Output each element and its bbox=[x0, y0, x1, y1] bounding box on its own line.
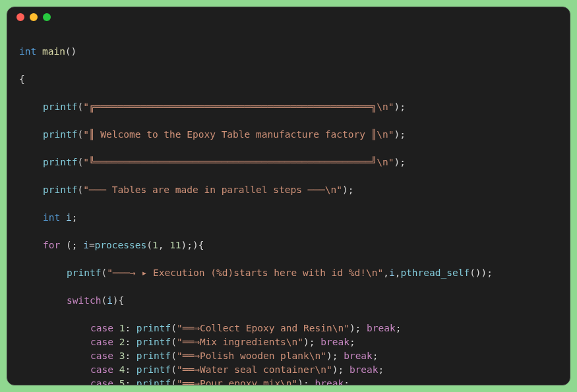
for-keyword: for bbox=[43, 240, 60, 250]
function-name: main bbox=[42, 46, 65, 57]
string-literal: "══⇒Polish wooden plank\n" bbox=[177, 350, 326, 361]
case-line: case 2: printf("══⇒Mix ingredients\n"); … bbox=[19, 335, 558, 349]
printf-call: printf bbox=[137, 323, 171, 333]
case-line: case 3: printf("══⇒Polish wooden plank\n… bbox=[19, 349, 558, 363]
printf-call: printf bbox=[137, 378, 171, 385]
case-line: case 5: printf("══⇒Pour epoxy mix\n"); b… bbox=[19, 377, 558, 385]
string-literal: ─── Tables are made in parallel steps ──… bbox=[89, 184, 336, 195]
function-call: processes bbox=[95, 240, 147, 250]
function-call: pthread_self bbox=[400, 267, 470, 278]
string-literal: ╚═══════════════════════════════════════… bbox=[89, 157, 388, 167]
code-line: int i; bbox=[19, 211, 558, 225]
printf-call: printf bbox=[137, 350, 171, 361]
case-keyword: case bbox=[90, 364, 113, 375]
code-line: int main() bbox=[19, 45, 558, 59]
identifier: i bbox=[66, 212, 72, 223]
case-line: case 1: printf("══⇒Collect Epoxy and Res… bbox=[19, 322, 558, 335]
code-line: { bbox=[19, 72, 558, 86]
type-keyword: int bbox=[19, 46, 36, 57]
case-keyword: case bbox=[90, 337, 113, 347]
break-keyword: break bbox=[320, 337, 349, 347]
code-line: printf("╚═══════════════════════════════… bbox=[19, 155, 558, 169]
printf-call: printf bbox=[43, 101, 77, 112]
minimize-icon[interactable] bbox=[30, 13, 38, 21]
zoom-icon[interactable] bbox=[43, 13, 51, 21]
printf-call: printf bbox=[137, 364, 171, 375]
printf-call: printf bbox=[43, 129, 77, 140]
code-line: for (; i=processes(1, 11);){ bbox=[19, 238, 558, 252]
string-literal: "══⇒Collect Epoxy and Resin\n" bbox=[177, 323, 349, 333]
case-keyword: case bbox=[90, 323, 113, 333]
string-literal: "══⇒Pour epoxy mix\n" bbox=[177, 378, 297, 385]
code-line: switch(i){ bbox=[19, 294, 558, 308]
string-literal: ╔═══════════════════════════════════════… bbox=[89, 101, 388, 112]
printf-call: printf bbox=[43, 157, 77, 167]
close-icon[interactable] bbox=[16, 13, 24, 21]
printf-call: printf bbox=[67, 267, 101, 278]
printf-call: printf bbox=[137, 337, 171, 347]
code-line: printf("║ Welcome to the Epoxy Table man… bbox=[19, 128, 558, 142]
string-literal: "══⇒Mix ingredients\n" bbox=[177, 337, 303, 347]
code-line: printf("─── Tables are made in parallel … bbox=[19, 183, 558, 197]
type-keyword: int bbox=[43, 212, 60, 223]
code-line: printf("╔═══════════════════════════════… bbox=[19, 100, 558, 114]
break-keyword: break bbox=[315, 378, 344, 385]
break-keyword: break bbox=[349, 364, 379, 375]
switch-keyword: switch bbox=[67, 295, 101, 306]
printf-call: printf bbox=[43, 184, 77, 195]
break-keyword: break bbox=[344, 350, 373, 361]
window-titlebar bbox=[7, 7, 570, 27]
code-area: int main() { printf("╔══════════════════… bbox=[7, 27, 570, 385]
case-keyword: case bbox=[90, 350, 113, 361]
string-literal: ───→ ▸ Execution (%d)starts here with id… bbox=[113, 267, 378, 278]
break-keyword: break bbox=[367, 323, 396, 333]
string-literal: ║ Welcome to the Epoxy Table manufacture… bbox=[89, 129, 388, 140]
string-literal: "══⇒Water seal container\n" bbox=[177, 364, 332, 375]
terminal-window: int main() { printf("╔══════════════════… bbox=[7, 7, 570, 385]
case-keyword: case bbox=[90, 378, 113, 385]
code-line: printf("───→ ▸ Execution (%d)starts here… bbox=[19, 266, 558, 280]
case-line: case 4: printf("══⇒Water seal container\… bbox=[19, 363, 558, 377]
